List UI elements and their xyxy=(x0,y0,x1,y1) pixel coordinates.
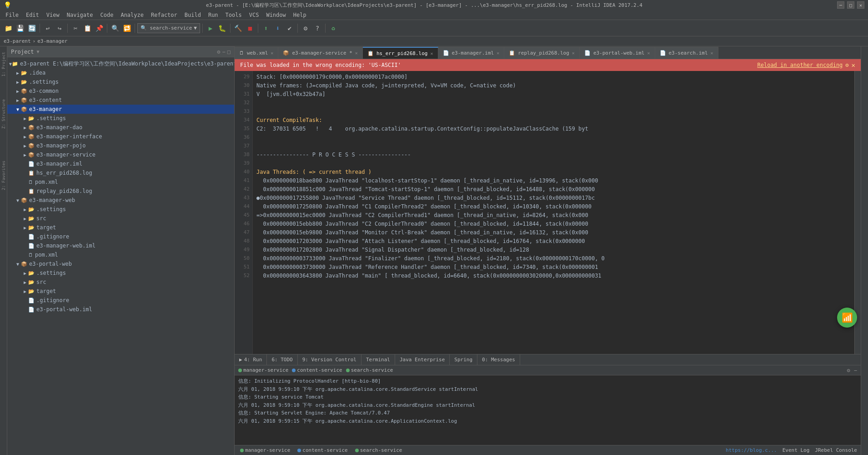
tab-close-hs-err-log[interactable]: ✕ xyxy=(430,51,433,56)
menu-item-view[interactable]: View xyxy=(43,11,63,19)
tree-arrow-web-src[interactable]: ▶ xyxy=(24,216,28,221)
tree-arrow-e3-common[interactable]: ▶ xyxy=(16,89,21,94)
toolbar-btn-1[interactable]: 📁 xyxy=(3,23,14,34)
tree-arrow-e3-portal-web[interactable]: ▼ xyxy=(16,262,21,267)
menu-item-vcs[interactable]: VCS xyxy=(246,11,263,19)
tree-arrow-portal-src[interactable]: ▶ xyxy=(24,280,28,285)
tree-item-e3-manager-service[interactable]: ▶📦e3-manager-service xyxy=(7,150,234,159)
bottom-tab-messages[interactable]: 0: Messages xyxy=(477,354,520,365)
tree-item-pom-xml[interactable]: 🗒pom.xml xyxy=(7,177,234,187)
toolbar-vcs-commit[interactable]: ✔ xyxy=(284,23,295,34)
tree-arrow-e3-manager-pojo[interactable]: ▶ xyxy=(24,143,28,148)
toolbar-settings[interactable]: ⚙ xyxy=(300,23,311,34)
tab-close-replay-log[interactable]: ✕ xyxy=(572,51,575,56)
settings-gear-icon[interactable]: ⚙ xyxy=(845,62,848,68)
tree-arrow-e3-manager[interactable]: ▼ xyxy=(16,107,21,112)
tab-replay-log[interactable]: 📋replay_pid268.log✕ xyxy=(504,47,580,59)
tree-item-e3-common[interactable]: ▶📦e3-common xyxy=(7,86,234,96)
menu-item-navigate[interactable]: Navigate xyxy=(63,11,97,19)
toolbar-btn-2[interactable]: 💾 xyxy=(15,23,25,34)
expand-icon[interactable]: □ xyxy=(227,49,231,55)
menu-item-analyze[interactable]: Analyze xyxy=(117,11,147,19)
menu-item-code[interactable]: Code xyxy=(97,11,117,19)
bottom-tab-todo[interactable]: 6: TODO xyxy=(267,354,297,365)
tree-item-e3-manager-dao[interactable]: ▶📦e3-manager-dao xyxy=(7,123,234,132)
bottom-gear-icon[interactable]: ⚙ xyxy=(847,367,850,374)
toolbar-build[interactable]: 🔨 xyxy=(233,23,244,34)
tab-e3-portal-web-iml[interactable]: 📄e3-portal-web.iml✕ xyxy=(580,47,655,59)
bottom-collapse-icon[interactable]: − xyxy=(854,367,857,374)
tree-item-e3-content[interactable]: ▶📦e3-content xyxy=(7,96,234,105)
tree-item-portal-gitignore[interactable]: 📄.gitignore xyxy=(7,296,234,305)
tree-item-portal-src[interactable]: ▶📂src xyxy=(7,278,234,287)
breadcrumb-e3-manager[interactable]: e3-manager xyxy=(37,38,67,44)
toolbar-find[interactable]: 🔍 xyxy=(110,23,120,34)
tree-arrow-e3-manager-service[interactable]: ▶ xyxy=(24,152,28,157)
tree-arrow-e3-manager-dao[interactable]: ▶ xyxy=(24,125,28,130)
tab-close-web-xml[interactable]: ✕ xyxy=(271,51,273,56)
tab-close-e3-manager-iml[interactable]: ✕ xyxy=(497,51,499,56)
minimize-button[interactable]: ─ xyxy=(837,1,844,9)
tree-item-idea[interactable]: ▶📂.idea xyxy=(7,68,234,77)
tree-item-e3-manager-web[interactable]: ▼📦e3-manager-web xyxy=(7,196,234,205)
tree-arrow-e3-content[interactable]: ▶ xyxy=(16,98,21,103)
tree-item-portal-target[interactable]: ▶📂target xyxy=(7,287,234,296)
bottom-tab-spring[interactable]: Spring xyxy=(450,354,477,365)
toolbar-replace[interactable]: 🔁 xyxy=(121,23,132,34)
bottom-tab-java-enterprise[interactable]: Java Enterprise xyxy=(395,354,450,365)
toolbar-copy[interactable]: 📋 xyxy=(82,23,93,34)
warning-close-icon[interactable]: ✕ xyxy=(852,61,855,69)
toolbar-cut[interactable]: ✂ xyxy=(70,23,81,34)
menu-item-file[interactable]: File xyxy=(2,11,22,19)
project-panel-dropdown[interactable]: ▼ xyxy=(37,49,40,54)
toolbar-btn-3[interactable]: 🔄 xyxy=(26,23,37,34)
menu-item-help[interactable]: Help xyxy=(290,11,310,19)
tab-web-xml[interactable]: 🗒web.xml✕ xyxy=(235,47,278,59)
tree-arrow-e3-manager-interface[interactable]: ▶ xyxy=(24,134,28,139)
toolbar-jrebel[interactable]: ♻ xyxy=(328,23,339,34)
tree-arrow-web-settings[interactable]: ▶ xyxy=(24,207,28,212)
gear-icon[interactable]: ⚙ xyxy=(217,49,220,55)
toolbar-service-dropdown[interactable]: 🔍 search-service ▼ xyxy=(137,23,200,33)
tree-item-portal-settings[interactable]: ▶📂.settings xyxy=(7,268,234,278)
toolbar-undo[interactable]: ↩ xyxy=(42,23,53,34)
tree-item-portal-iml[interactable]: 📄e3-portal-web.iml xyxy=(7,305,234,314)
breadcrumb-e3-parent[interactable]: e3-parent xyxy=(4,38,31,44)
menu-item-edit[interactable]: Edit xyxy=(22,11,43,19)
tab-close-e3-portal-web-iml[interactable]: ✕ xyxy=(647,51,650,56)
toolbar-run[interactable]: ▶ xyxy=(205,23,216,34)
tree-item-e3-portal-web[interactable]: ▼📦e3-portal-web xyxy=(7,259,234,268)
tree-arrow-portal-settings[interactable]: ▶ xyxy=(24,271,28,276)
run-indicator-2[interactable]: content-service xyxy=(296,447,349,453)
menu-item-run[interactable]: Run xyxy=(205,11,222,19)
menu-item-tools[interactable]: Tools xyxy=(222,11,246,19)
tree-arrow-portal-target[interactable]: ▶ xyxy=(24,289,28,294)
menu-item-window[interactable]: Window xyxy=(262,11,289,19)
reload-encoding-link[interactable]: Reload in another encoding xyxy=(757,62,843,68)
run-tab-search-service[interactable]: search-service xyxy=(346,367,393,373)
code-content[interactable]: Stack: [0x00000000179c0000,0x0000000017a… xyxy=(253,71,854,354)
maximize-button[interactable]: □ xyxy=(847,1,854,9)
run-indicator-3[interactable]: search-service xyxy=(353,447,404,453)
run-tab-manager-service[interactable]: manager-service xyxy=(238,367,288,373)
tree-arrow-web-target[interactable]: ▶ xyxy=(24,225,28,230)
tree-item-manager-settings[interactable]: ▶📂.settings xyxy=(7,114,234,123)
tab-e3-search-iml[interactable]: 📄e3-search.iml✕ xyxy=(655,47,718,59)
bottom-tab-run[interactable]: ▶4: Run xyxy=(235,354,267,365)
bottom-tab-version-control[interactable]: 9: Version Control xyxy=(298,354,361,365)
tree-item-e3-manager[interactable]: ▼📦e3-manager xyxy=(7,105,234,114)
tree-item-e3-manager-iml[interactable]: 📄e3-manager.iml xyxy=(7,159,234,168)
tree-item-web-gitignore[interactable]: 📄.gitignore xyxy=(7,232,234,241)
toolbar-vcs[interactable]: ⬆ xyxy=(261,23,271,34)
tree-item-replay-log[interactable]: 📋replay_pid268.log xyxy=(7,187,234,196)
tree-item-web-iml[interactable]: 📄e3-manager-web.iml xyxy=(7,241,234,250)
wifi-button[interactable]: 📶 xyxy=(837,308,857,328)
tree-arrow-manager-settings[interactable]: ▶ xyxy=(24,116,28,121)
tab-close-e3-search-iml[interactable]: ✕ xyxy=(711,51,713,56)
status-url[interactable]: https://blog.c... xyxy=(726,447,777,453)
tree-arrow-settings[interactable]: ▶ xyxy=(16,80,21,85)
run-indicator-1[interactable]: manager-service xyxy=(238,447,292,453)
tree-item-e3-manager-interface[interactable]: ▶📦e3-manager-interface xyxy=(7,132,234,141)
status-event-log[interactable]: Event Log xyxy=(783,447,810,453)
close-button[interactable]: ✕ xyxy=(857,1,864,9)
